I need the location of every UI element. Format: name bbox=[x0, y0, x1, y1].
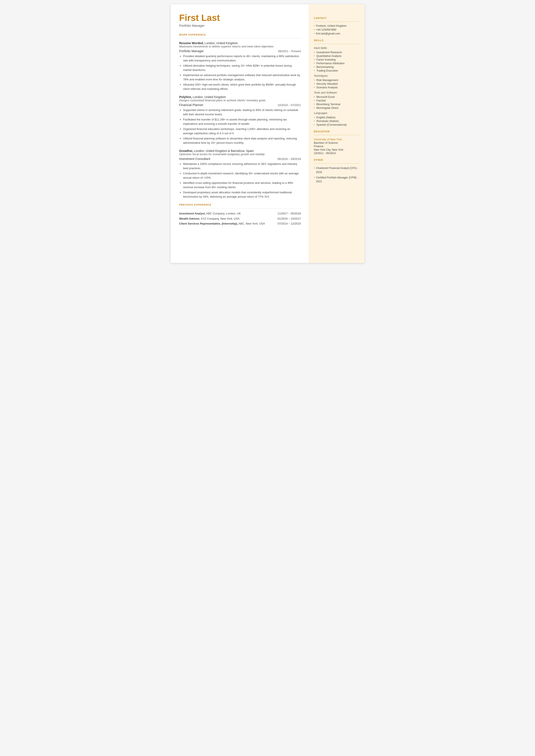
work-experience-heading: WORK EXPERIENCE bbox=[179, 33, 301, 36]
previous-experience-divider bbox=[179, 208, 301, 209]
skill-benchmarking: Benchmarking bbox=[314, 66, 359, 69]
hard-skills-label: Hard Skills: bbox=[314, 46, 359, 49]
edu-location: New York City, New York bbox=[314, 148, 359, 151]
prev-exp-dates-2: 01/2016 – 10/2017 bbox=[277, 216, 301, 221]
job-header-2: Financial Planner 10/2019 – 07/2021 bbox=[179, 103, 301, 107]
prev-exp-row-2: Wealth Advisor, XYZ Company, New York, U… bbox=[179, 216, 301, 221]
role-1: Portfolio Manager bbox=[179, 49, 204, 53]
resume-container: First Last Portfolio Manager WORK EXPERI… bbox=[171, 4, 365, 263]
job-header-1: Portfolio Manager 08/2021 – Present bbox=[179, 49, 301, 53]
job-block-1: Resume Worded, London, United Kingdom Ma… bbox=[179, 42, 301, 91]
skill-security-valuation: Security Valuation bbox=[314, 82, 359, 85]
skill-performance-attribution: Performance Attribution bbox=[314, 62, 359, 65]
bullet-1-2: Utilized derivative hedging techniques, … bbox=[183, 64, 301, 72]
company-name-2: Polyhire, London, United Kingdom bbox=[179, 95, 301, 99]
job-header-3: Investment Consultant 06/2018 – 09/2019 bbox=[179, 157, 301, 160]
edu-school: University of New York bbox=[314, 138, 359, 141]
education-heading: EDUCATION bbox=[314, 130, 359, 133]
other-section: OTHER Chartered Financial Analyst (CFA) … bbox=[314, 159, 359, 183]
bullet-1-1: Provided detailed quarterly performance … bbox=[183, 54, 301, 63]
prev-exp-text-3: Client Services Representative, (Interns… bbox=[179, 222, 278, 226]
left-column: First Last Portfolio Manager WORK EXPERI… bbox=[171, 4, 309, 263]
education-section: EDUCATION University of New York Bachelo… bbox=[314, 130, 359, 155]
role-3: Investment Consultant bbox=[179, 157, 210, 160]
skill-romanian: Romanian (Native) bbox=[314, 120, 359, 123]
prev-exp-text-1: Investment Analyst, ABC Company, London,… bbox=[179, 211, 278, 216]
skill-scenario-analysis: Scenario Analysis bbox=[314, 86, 359, 89]
skill-factset: FactSet bbox=[314, 99, 359, 102]
skill-factor-investing: Factor Investing bbox=[314, 58, 359, 61]
edu-dates: 10/2011 - 06/2014 bbox=[314, 152, 359, 155]
skill-morningstar: Morningstar Direct bbox=[314, 106, 359, 109]
job-title: Portfolio Manager bbox=[179, 24, 301, 27]
edu-field: Finance bbox=[314, 145, 359, 148]
languages-label: Languages: bbox=[314, 112, 359, 115]
contact-section: CONTACT Purbeck, United Kingdom +44 1234… bbox=[314, 17, 359, 35]
skills-section: SKILLS Hard Skills: Investment Research … bbox=[314, 39, 359, 126]
bullet-1-4: Attracted 200+ high-net-worth clients, w… bbox=[183, 83, 301, 91]
skills-heading: SKILLS bbox=[314, 39, 359, 42]
bullet-2-3: Organized financial education workshops,… bbox=[183, 127, 301, 135]
company-tagline-3: Optimizes fiscal assets for sustainable … bbox=[179, 153, 301, 156]
bullets-3: Maintained a 100% compliance record, ens… bbox=[179, 162, 301, 199]
prev-exp-row-3: Client Services Representative, (Interns… bbox=[179, 222, 301, 226]
contact-email: first.last@gmail.com bbox=[314, 32, 359, 35]
prev-exp-text-2: Wealth Advisor, XYZ Company, New York, U… bbox=[179, 216, 278, 221]
contact-heading: CONTACT bbox=[314, 17, 359, 19]
tools-label: Tools and Software: bbox=[314, 91, 359, 94]
bullet-1-3: Implemented an advanced portfolio manage… bbox=[183, 73, 301, 81]
other-cpm: Certified Portfolio Manager (CPM) - 2021 bbox=[314, 176, 359, 184]
bullets-1: Provided detailed quarterly performance … bbox=[179, 54, 301, 91]
company-tagline-1: Maximizes investments to deliver superio… bbox=[179, 45, 301, 48]
name: First Last bbox=[179, 13, 301, 23]
skill-trading-execution: Trading Execution bbox=[314, 69, 359, 72]
other-divider bbox=[314, 163, 359, 164]
dates-2: 10/2019 – 07/2021 bbox=[277, 103, 301, 107]
prev-exp-dates-3: 07/2014 – 12/2015 bbox=[277, 222, 301, 226]
bullet-3-1: Maintained a 100% compliance record, ens… bbox=[183, 162, 301, 170]
dates-3: 06/2018 – 09/2019 bbox=[277, 157, 301, 160]
bullet-2-4: Utilized financial planning software to … bbox=[183, 136, 301, 145]
prev-exp-row-1: Investment Analyst, ABC Company, London,… bbox=[179, 211, 301, 216]
previous-experience-section: PREVIOUS EXPERIENCE Investment Analyst, … bbox=[179, 204, 301, 226]
bullet-3-2: Conducted in-depth investment research, … bbox=[183, 171, 301, 180]
skill-quantitative-analysis: Quantitative Analysis bbox=[314, 55, 359, 58]
edu-degree: Bachelor of Science bbox=[314, 141, 359, 144]
bullets-2: Supported clients in achieving retiremen… bbox=[179, 108, 301, 145]
work-experience-section: WORK EXPERIENCE Resume Worded, London, U… bbox=[179, 33, 301, 199]
skill-english: English (Native) bbox=[314, 116, 359, 119]
bullet-2-1: Supported clients in achieving retiremen… bbox=[183, 108, 301, 116]
skill-spanish: Spanish (Conversational) bbox=[314, 123, 359, 126]
bullet-3-4: Developed proprietary asset allocation m… bbox=[183, 190, 301, 199]
skill-bloomberg: Bloomberg Terminal bbox=[314, 103, 359, 106]
contact-location: Purbeck, United Kingdom bbox=[314, 24, 359, 27]
company-tagline-2: Designs customized financial plans to ac… bbox=[179, 99, 301, 102]
prev-exp-dates-1: 11/2017 – 05/2018 bbox=[277, 211, 301, 216]
bullet-2-2: Facilitated the transfer of $11.2M+ in a… bbox=[183, 118, 301, 126]
company-name-3: Growthsi, London, United Kingdom & Barce… bbox=[179, 149, 301, 153]
job-block-2: Polyhire, London, United Kingdom Designs… bbox=[179, 95, 301, 145]
skill-excel: Microsoft Excel bbox=[314, 96, 359, 98]
right-column: CONTACT Purbeck, United Kingdom +44 1234… bbox=[309, 4, 365, 263]
contact-phone: +44 1234567890 bbox=[314, 28, 359, 31]
contact-divider bbox=[314, 21, 359, 22]
other-heading: OTHER bbox=[314, 159, 359, 161]
job-block-3: Growthsi, London, United Kingdom & Barce… bbox=[179, 149, 301, 199]
bullet-3-3: Identified cross-selling opportunities f… bbox=[183, 181, 301, 189]
skill-investment-research: Investment Research bbox=[314, 51, 359, 54]
previous-experience-heading: PREVIOUS EXPERIENCE bbox=[179, 204, 301, 206]
techniques-label: Techniques: bbox=[314, 74, 359, 77]
dates-1: 08/2021 – Present bbox=[278, 49, 301, 53]
role-2: Financial Planner bbox=[179, 103, 203, 107]
skill-risk-management: Risk Management bbox=[314, 79, 359, 82]
company-name-1: Resume Worded, London, United Kingdom bbox=[179, 42, 301, 45]
other-cfa: Chartered Financial Analyst (CFA) - 2019 bbox=[314, 166, 359, 174]
